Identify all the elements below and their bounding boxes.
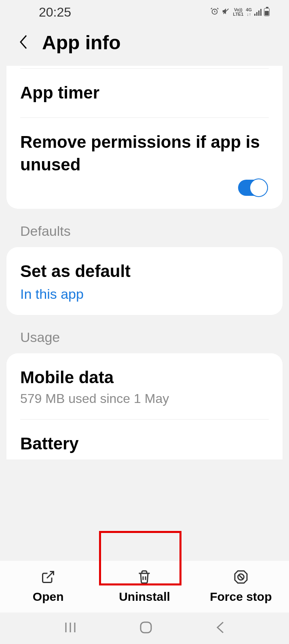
uninstall-label: Uninstall	[119, 590, 170, 604]
nav-back-button[interactable]	[215, 621, 226, 636]
svg-rect-3	[141, 622, 151, 633]
remove-permissions-toggle[interactable]	[238, 180, 268, 196]
bottom-action-bar: Open Uninstall Force stop	[0, 561, 289, 613]
defaults-section-label: Defaults	[0, 209, 289, 247]
battery-icon	[264, 8, 270, 16]
open-button[interactable]: Open	[0, 561, 96, 613]
signal-icon	[254, 8, 262, 16]
mute-icon	[221, 7, 230, 17]
open-icon	[41, 570, 55, 586]
mobile-data-label: Mobile data	[20, 366, 269, 389]
page-title: App info	[42, 31, 121, 54]
status-icons: Vo)) LTE1 4G ↓↑	[210, 7, 270, 17]
status-bar: 20:25 Vo)) LTE1 4G ↓↑	[0, 0, 289, 24]
force-stop-button[interactable]: Force stop	[193, 561, 289, 613]
network-indicator: 4G ↓↑	[246, 8, 252, 17]
set-as-default-label: Set as default	[20, 260, 269, 283]
mobile-data-sub: 579 MB used since 1 May	[20, 391, 269, 406]
usage-card-top: App timer Remove permissions if app is u…	[6, 66, 283, 209]
force-stop-label: Force stop	[210, 590, 272, 604]
defaults-card: Set as default In this app	[6, 247, 283, 315]
usage-section-label: Usage	[0, 315, 289, 353]
battery-label: Battery	[20, 432, 269, 455]
open-label: Open	[33, 590, 64, 604]
trash-icon	[137, 570, 152, 586]
set-as-default-row[interactable]: Set as default In this app	[6, 247, 283, 315]
uninstall-button[interactable]: Uninstall	[96, 561, 192, 613]
usage-card: Mobile data 579 MB used since 1 May Batt…	[6, 353, 283, 459]
system-nav-bar	[0, 613, 289, 644]
battery-row[interactable]: Battery	[6, 420, 283, 459]
mobile-data-row[interactable]: Mobile data 579 MB used since 1 May	[6, 353, 283, 420]
block-icon	[234, 570, 248, 586]
remove-permissions-row[interactable]: Remove permissions if app is unused	[6, 118, 283, 209]
status-time: 20:25	[39, 5, 71, 20]
recents-button[interactable]	[63, 621, 77, 635]
alarm-icon	[210, 7, 219, 17]
app-timer-row[interactable]: App timer	[6, 69, 283, 117]
back-button[interactable]	[18, 34, 30, 52]
home-button[interactable]	[139, 621, 153, 636]
app-timer-label: App timer	[20, 82, 269, 105]
volte-indicator: Vo)) LTE1	[233, 8, 243, 17]
remove-permissions-label: Remove permissions if app is unused	[20, 131, 269, 176]
set-as-default-sub: In this app	[20, 286, 269, 302]
page-header: App info	[0, 24, 289, 66]
